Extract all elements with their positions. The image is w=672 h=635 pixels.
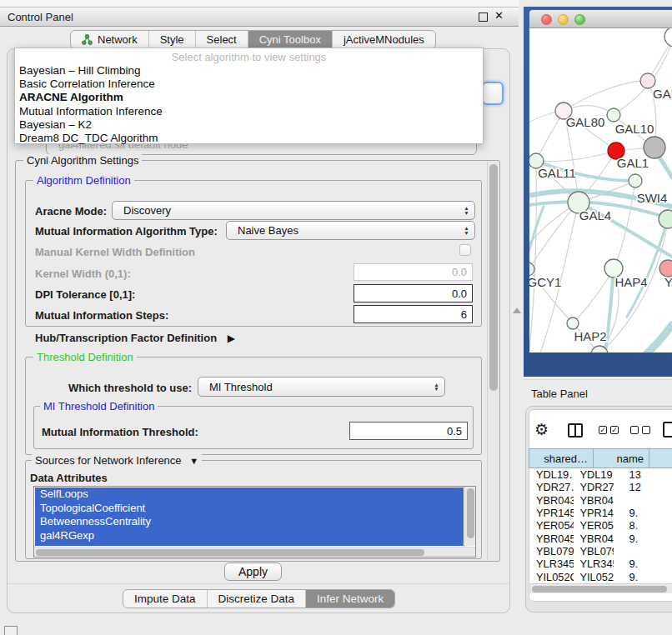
which-threshold-combobox[interactable]: MI Threshold ▲▼: [198, 377, 445, 397]
table-cell: YIL052C: [574, 571, 613, 583]
table-cell: YPR145W: [529, 507, 574, 519]
apply-button[interactable]: Apply: [224, 562, 282, 581]
aracne-mode-combobox[interactable]: Discovery ▲▼: [112, 201, 475, 220]
panel-corner-icon[interactable]: [4, 626, 18, 635]
manual-kernel-width-checkbox[interactable]: [459, 244, 471, 256]
close-traffic-light-icon[interactable]: [541, 14, 552, 25]
table-cell: YBR045C: [529, 532, 574, 545]
network-node-swi4[interactable]: [629, 174, 642, 188]
kernel-width-field[interactable]: 0.0: [354, 263, 473, 281]
network-edge: [573, 268, 614, 323]
tab-jactivemnodules[interactable]: jActiveMNodules: [333, 31, 435, 48]
list-horizontal-scrollbar[interactable]: [34, 547, 475, 557]
table-row[interactable]: YLR345WYLR345W9.: [529, 558, 672, 570]
network-node-y[interactable]: [659, 260, 672, 277]
tab-discretize-data[interactable]: Discretize Data: [208, 590, 307, 608]
network-window-titlebar[interactable]: [529, 10, 672, 28]
table-row[interactable]: YBL079WYBL079W: [529, 545, 672, 558]
data-attributes-list[interactable]: SelfLoopsTopologicalCoefficientBetweenne…: [33, 486, 476, 558]
algorithm-option[interactable]: Basic Correlation Inference: [15, 78, 483, 91]
table-cell: YDL19…: [529, 468, 574, 481]
splitter-handle[interactable]: [513, 308, 521, 313]
table-header: shared…name: [529, 448, 672, 468]
network-node-hap2[interactable]: [567, 318, 579, 329]
table-row[interactable]: YDL19…YDL19…13: [529, 468, 672, 481]
checkbox-unchecked-icon[interactable]: [630, 426, 639, 434]
divider: [8, 583, 509, 584]
algorithm-option[interactable]: Mutual Information Inference: [15, 105, 483, 118]
algorithm-option[interactable]: Bayesian – Hill Climbing: [15, 64, 483, 78]
top-strip: [0, 0, 519, 7]
checkbox-unchecked-icon[interactable]: [642, 426, 650, 434]
table-row[interactable]: YBR043CYBR043C: [529, 494, 672, 507]
attribute-list-item[interactable]: gal4RGexp: [35, 529, 464, 543]
network-node-label: GAL80: [566, 115, 605, 129]
attribute-list-item[interactable]: TopologicalCoefficient: [35, 502, 464, 516]
hub-definition-toggle[interactable]: Hub/Transcription Factor Definition ▶: [35, 332, 235, 344]
table-row[interactable]: YDR27…YDR27…12: [529, 481, 672, 493]
network-node-label: HAP2: [574, 329, 606, 343]
minimize-traffic-light-icon[interactable]: [558, 14, 569, 25]
mi-steps-field[interactable]: 6: [354, 305, 473, 323]
algorithm-option[interactable]: Dream8 DC_TDC Algorithm: [15, 132, 483, 145]
float-window-icon[interactable]: [479, 12, 488, 22]
network-edge: [536, 151, 616, 162]
table-row[interactable]: YBR045CYBR045C9.: [529, 532, 672, 544]
table-cell: 9.: [614, 532, 672, 545]
stepper-icon: ▲▼: [430, 382, 443, 392]
mi-threshold-label: Mutual Information Threshold:: [42, 426, 198, 438]
table-cell: YBL079W: [529, 545, 574, 558]
settings-vertical-scrollbar[interactable]: [487, 162, 499, 560]
table-cell: 8.: [614, 519, 672, 532]
column-layout-icon[interactable]: [568, 423, 583, 438]
tab-infer-network[interactable]: Infer Network: [306, 590, 394, 608]
attribute-list-item[interactable]: SelfLoops: [35, 488, 464, 502]
tab-impute-data[interactable]: Impute Data: [123, 590, 208, 608]
column-header[interactable]: name: [593, 448, 649, 468]
zoom-traffic-light-icon[interactable]: [574, 14, 585, 25]
mi-algorithm-type-label: Mutual Information Algorithm Type:: [35, 225, 218, 238]
mi-steps-label: Mutual Information Steps:: [35, 309, 168, 322]
screen: Control Panel ✕ NetworkStyleSelectCyni T…: [0, 0, 672, 635]
network-node[interactable]: [664, 28, 672, 47]
column-header[interactable]: shared…: [529, 448, 593, 468]
network-icon: [82, 34, 93, 45]
algorithm-option[interactable]: Bayesian – K2: [15, 118, 483, 132]
aracne-mode-label: Aracne Mode:: [35, 205, 107, 218]
dpi-tolerance-field[interactable]: 0.0: [354, 284, 473, 302]
mi-algorithm-type-combobox[interactable]: Naive Bayes ▲▼: [226, 221, 475, 240]
network-node-gal10[interactable]: [607, 108, 620, 122]
network-node-gcy1[interactable]: [529, 262, 534, 276]
network-node-label: GAL4: [579, 208, 611, 222]
network-canvas[interactable]: GALGAL80GAL10GAL1GAL11GAL4SWI4GCY1HAP4YH…: [529, 28, 672, 352]
table-cell: 9.: [614, 507, 672, 519]
table-cell: YER054C: [574, 519, 613, 532]
tab-cyni-toolbox[interactable]: Cyni Toolbox: [248, 31, 333, 48]
sources-title[interactable]: Sources for Network Inference ▼: [32, 454, 202, 467]
network-node[interactable]: [644, 137, 665, 158]
checkbox-checked-icon[interactable]: ✓: [599, 426, 607, 434]
tab-style[interactable]: Style: [149, 31, 196, 48]
checkbox-checked-icon[interactable]: ✓: [610, 426, 619, 434]
list-vertical-scrollbar[interactable]: [464, 487, 475, 546]
settings-gear-icon[interactable]: ⚙: [534, 419, 549, 441]
close-icon[interactable]: ✕: [494, 9, 504, 22]
table-row[interactable]: YPR145WYPR145W9.: [529, 507, 672, 519]
table-row[interactable]: YIL052CYIL052C9.: [529, 570, 672, 582]
table-row[interactable]: YER054CYER054C8.: [529, 519, 672, 532]
table-cell: YER054C: [529, 519, 574, 532]
network-node-label: Y: [664, 275, 672, 289]
tab-network[interactable]: Network: [71, 31, 149, 48]
algorithm-option[interactable]: ARACNE Algorithm: [15, 91, 483, 104]
table-horizontal-scrollbar[interactable]: [529, 583, 672, 593]
network-node[interactable]: [659, 210, 672, 228]
attribute-list-item[interactable]: BetweennessCentrality: [35, 515, 464, 529]
tab-select[interactable]: Select: [196, 31, 248, 48]
mi-threshold-field[interactable]: 0.5: [349, 422, 468, 440]
column-header[interactable]: [649, 448, 672, 468]
table-cell: 9.: [614, 558, 672, 570]
inference-algorithm-combobox-fragment[interactable]: [482, 82, 504, 105]
stepper-icon: ▲▼: [460, 206, 473, 215]
export-table-icon[interactable]: [663, 422, 672, 438]
network-edge: [529, 161, 536, 350]
